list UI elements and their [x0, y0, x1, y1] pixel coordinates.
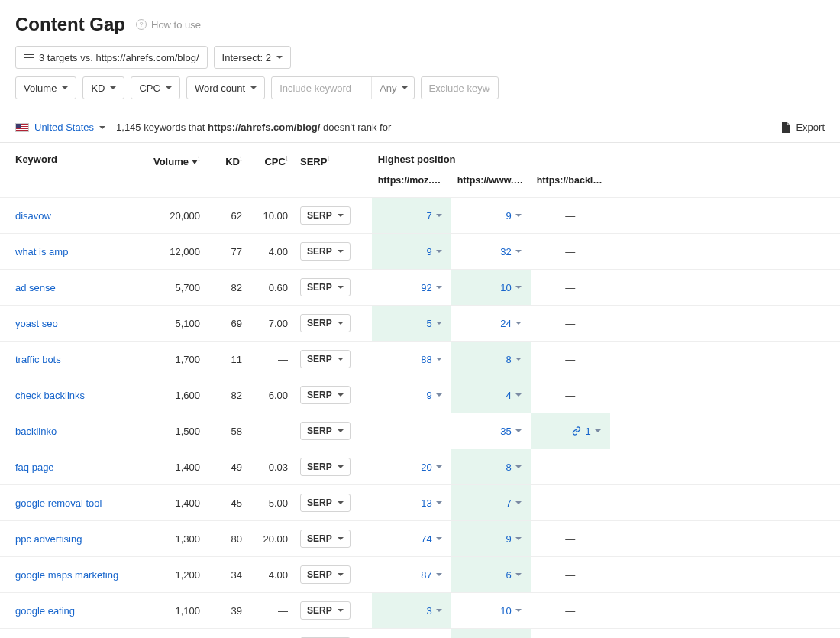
chevron-down-icon — [338, 393, 344, 397]
serp-button[interactable]: SERP — [300, 386, 351, 404]
volume-cell: 1,600 — [145, 377, 206, 413]
keyword-link[interactable]: ppc advertising — [15, 533, 82, 545]
serp-button[interactable]: SERP — [300, 422, 351, 440]
position-cell[interactable]: 3 — [372, 593, 451, 629]
position-cell[interactable]: 9 — [451, 521, 531, 557]
serp-button[interactable]: SERP — [300, 350, 351, 368]
serp-button[interactable]: SERP — [300, 530, 351, 548]
keyword-link[interactable]: google removal tool — [15, 497, 102, 509]
serp-button[interactable]: SERP — [300, 565, 351, 584]
serp-button[interactable]: SERP — [300, 278, 351, 296]
position-cell[interactable]: 35 — [451, 413, 531, 449]
keyword-link[interactable]: traffic bots — [15, 354, 61, 365]
position-cell[interactable]: 1 — [531, 413, 610, 449]
keyword-link[interactable]: disavow — [15, 210, 51, 222]
position-cell[interactable]: 9 — [451, 198, 531, 234]
include-keyword-input[interactable] — [272, 77, 371, 99]
keyword-cell: faq page — [0, 449, 145, 485]
keyword-cell: disavow — [0, 198, 145, 234]
serp-button[interactable]: SERP — [300, 206, 351, 225]
intersect-button[interactable]: Intersect: 2 — [214, 46, 291, 69]
link-icon — [572, 426, 581, 436]
exclude-keyword-input[interactable] — [422, 77, 498, 99]
keyword-link[interactable]: yoast seo — [15, 318, 58, 329]
cpc-cell: 5.00 — [248, 485, 294, 521]
how-to-use-label: How to use — [151, 19, 201, 31]
targets-button[interactable]: 3 targets vs. https://ahrefs.com/blog/ — [15, 46, 208, 69]
serp-button[interactable]: SERP — [300, 242, 351, 261]
word-count-filter[interactable]: Word count — [186, 76, 265, 99]
position-cell[interactable]: 6 — [451, 557, 531, 593]
include-mode-select[interactable]: Any — [371, 77, 413, 99]
kd-filter[interactable]: KD — [82, 76, 124, 99]
keyword-cell: ppc advertising — [0, 521, 145, 557]
position-cell[interactable]: 42 — [372, 629, 451, 638]
keyword-link[interactable]: backlinko — [15, 426, 57, 437]
col-keyword[interactable]: Keyword — [0, 143, 145, 175]
position-cell[interactable]: 7 — [372, 198, 451, 234]
sliders-icon — [24, 53, 34, 62]
position-cell[interactable]: 9 — [372, 377, 451, 413]
position-cell[interactable]: 9 — [372, 234, 451, 270]
chevron-down-icon — [338, 358, 344, 361]
col-kd[interactable]: KDi — [206, 143, 248, 175]
volume-filter[interactable]: Volume — [15, 76, 76, 99]
position-cell[interactable]: 7 — [451, 485, 531, 521]
position-cell[interactable]: 8 — [451, 449, 531, 485]
kd-cell: 49 — [206, 449, 248, 485]
position-cell[interactable]: 10 — [451, 270, 531, 306]
keyword-link[interactable]: google maps marketing — [15, 569, 118, 581]
serp-cell: SERP — [294, 449, 357, 485]
how-to-use-link[interactable]: ? How to use — [136, 19, 201, 31]
cpc-filter[interactable]: CPC — [131, 76, 179, 99]
competitor-1[interactable]: https://moz.com — [372, 175, 451, 198]
keyword-link[interactable]: check backlinks — [15, 390, 85, 401]
position-cell[interactable]: 92 — [372, 270, 451, 306]
position-cell[interactable]: 13 — [372, 485, 451, 521]
chevron-down-icon — [515, 358, 522, 361]
volume-cell: 5,100 — [145, 306, 206, 342]
keyword-cell: backlinko — [0, 413, 145, 449]
col-volume[interactable]: Volumei — [145, 143, 206, 175]
keyword-link[interactable]: ad sense — [15, 282, 56, 293]
position-cell[interactable]: 8 — [451, 342, 531, 377]
col-cpc[interactable]: CPCi — [248, 143, 294, 175]
position-cell[interactable]: 24 — [451, 306, 531, 342]
country-select[interactable]: United States — [15, 121, 105, 133]
us-flag-icon — [15, 123, 29, 132]
export-button[interactable]: Export — [781, 121, 825, 133]
position-cell: — — [531, 306, 610, 342]
position-cell[interactable]: 6 — [451, 629, 531, 638]
table-row: google maps marketing 1,200 34 4.00 SERP… — [0, 557, 840, 593]
keyword-link[interactable]: faq page — [15, 461, 54, 473]
volume-cell: 1,300 — [145, 521, 206, 557]
position-cell[interactable]: 10 — [451, 593, 531, 629]
serp-button[interactable]: SERP — [300, 494, 351, 512]
competitor-2[interactable]: https://www.searchenginejournal — [451, 175, 531, 198]
position-cell[interactable]: 87 — [372, 557, 451, 593]
chevron-down-icon — [436, 214, 442, 217]
kd-cell: 82 — [206, 270, 248, 306]
cpc-cell: 6.00 — [248, 377, 294, 413]
keyword-cell: what is amp — [0, 234, 145, 270]
position-cell[interactable]: 74 — [372, 521, 451, 557]
position-cell[interactable]: 20 — [372, 449, 451, 485]
competitor-3[interactable]: https://backlinko — [531, 175, 610, 198]
serp-button[interactable]: SERP — [300, 601, 351, 620]
kd-cell: 11 — [206, 342, 248, 377]
serp-button[interactable]: SERP — [300, 314, 351, 332]
position-cell[interactable]: 88 — [372, 342, 451, 377]
cpc-cell: 7.00 — [248, 306, 294, 342]
chevron-down-icon — [62, 86, 68, 89]
position-cell[interactable]: 4 — [451, 377, 531, 413]
position-cell[interactable]: 32 — [451, 234, 531, 270]
serp-cell: SERP — [294, 306, 357, 342]
keyword-link[interactable]: what is amp — [15, 246, 68, 257]
chevron-down-icon — [436, 250, 442, 253]
table-row: backlinko 1,500 58 — SERP —351 — [0, 413, 840, 449]
position-cell[interactable]: 5 — [372, 306, 451, 342]
position-cell: — — [531, 198, 610, 234]
serp-button[interactable]: SERP — [300, 458, 351, 476]
serp-cell: SERP — [294, 377, 357, 413]
keyword-link[interactable]: google eating — [15, 605, 75, 617]
